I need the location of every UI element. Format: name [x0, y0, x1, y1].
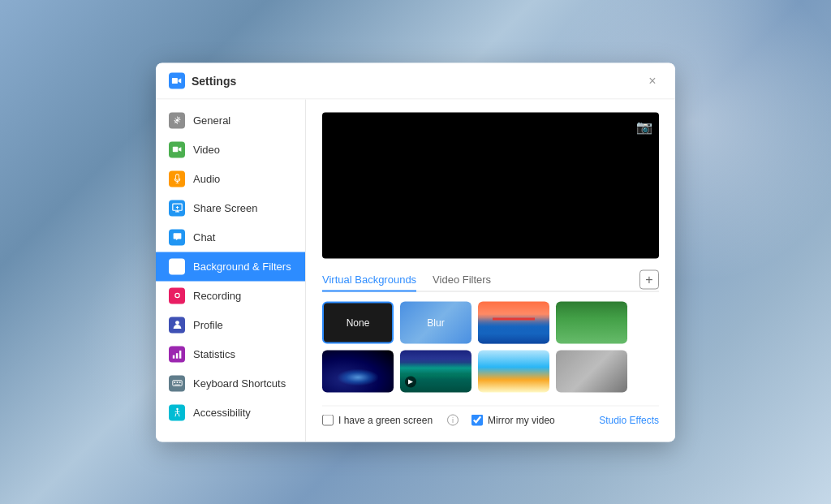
thumbnail-aurora[interactable]	[400, 350, 471, 392]
thumb-none-label: None	[347, 317, 370, 328]
sidebar-item-background-filters[interactable]: Background & Filters	[156, 252, 305, 281]
svg-rect-1	[172, 147, 178, 153]
share-svg	[172, 203, 183, 213]
mirror-video-label[interactable]: Mirror my video	[471, 414, 555, 425]
main-content: 📷 Virtual Backgrounds Video Filters + No…	[306, 99, 675, 442]
camera-icon: 📷	[636, 118, 652, 134]
dialog-body: General Video Audio	[156, 99, 675, 442]
dialog-titlebar: Settings ×	[156, 62, 675, 99]
svg-point-7	[175, 321, 179, 325]
sidebar-bg-label: Background & Filters	[193, 261, 291, 273]
sidebar-item-recording[interactable]: Recording	[156, 281, 305, 310]
svg-rect-10	[179, 351, 180, 359]
profile-svg	[172, 320, 183, 330]
svg-rect-12	[174, 381, 175, 383]
green-screen-label[interactable]: I have a green screen	[322, 414, 433, 425]
svg-rect-14	[179, 381, 180, 383]
video-preview: 📷	[322, 112, 659, 258]
close-button[interactable]: ×	[643, 71, 662, 90]
thumbnail-blur2[interactable]	[556, 350, 627, 392]
sidebar: General Video Audio	[156, 99, 306, 442]
tab-virtual-backgrounds[interactable]: Virtual Backgrounds	[322, 268, 416, 291]
background-filters-icon	[169, 258, 185, 274]
thumbnail-beach[interactable]	[478, 350, 549, 392]
chat-svg	[172, 232, 183, 243]
sidebar-audio-label: Audio	[193, 173, 220, 185]
space-glow	[337, 368, 380, 386]
sidebar-item-general[interactable]: General	[156, 106, 305, 135]
tab-video-filters[interactable]: Video Filters	[433, 268, 491, 291]
video-svg	[172, 144, 183, 155]
svg-rect-15	[174, 385, 180, 386]
svg-point-16	[176, 408, 178, 410]
profile-icon	[169, 317, 185, 333]
sidebar-item-chat[interactable]: Chat	[156, 222, 305, 252]
video-indicator	[405, 376, 416, 387]
thumbnails-row-1: None Blur	[322, 301, 659, 343]
svg-rect-13	[176, 381, 178, 383]
sidebar-item-accessibility[interactable]: Accessibility	[156, 398, 305, 427]
tabs-row: Virtual Backgrounds Video Filters +	[322, 268, 659, 291]
sidebar-item-audio[interactable]: Audio	[156, 164, 305, 193]
video-icon	[169, 141, 185, 157]
sidebar-item-statistics[interactable]: Statistics	[156, 339, 305, 368]
thumbnails-row-2	[322, 350, 659, 392]
thumbnails-grid: None Blur	[322, 301, 659, 392]
general-icon	[169, 112, 185, 128]
audio-icon	[169, 170, 185, 187]
sidebar-item-share-screen[interactable]: Share Screen	[156, 193, 305, 222]
green-screen-checkbox[interactable]	[322, 414, 334, 425]
thumb-blur-label: Blur	[427, 317, 444, 328]
thumbnail-blur[interactable]: Blur	[400, 301, 471, 343]
sidebar-chat-label: Chat	[193, 231, 215, 243]
sidebar-keyboard-label: Keyboard Shortcuts	[193, 377, 286, 390]
thumbnail-bridge[interactable]	[478, 301, 549, 343]
bridge-deck	[493, 318, 536, 321]
green-screen-info-icon[interactable]: i	[447, 414, 459, 425]
bottom-bar: I have a green screen i Mirror my video …	[322, 405, 659, 429]
logo-icon	[171, 75, 183, 86]
recording-icon	[169, 287, 185, 304]
green-screen-text: I have a green screen	[338, 414, 433, 425]
studio-effects-link[interactable]: Studio Effects	[599, 414, 659, 425]
stats-svg	[172, 349, 183, 360]
sidebar-video-label: Video	[193, 144, 220, 156]
recording-svg	[172, 291, 183, 301]
sidebar-share-label: Share Screen	[193, 202, 258, 214]
accessibility-svg	[172, 407, 183, 418]
chat-icon	[169, 229, 185, 245]
svg-rect-0	[172, 78, 178, 84]
thumbnail-none[interactable]: None	[322, 301, 394, 343]
sidebar-stats-label: Statistics	[193, 348, 235, 360]
sidebar-profile-label: Profile	[193, 319, 223, 331]
sidebar-item-video[interactable]: Video	[156, 135, 305, 164]
statistics-icon	[169, 346, 185, 362]
audio-svg	[172, 174, 183, 184]
sidebar-item-keyboard-shortcuts[interactable]: Keyboard Shortcuts	[156, 368, 305, 398]
keyboard-icon	[169, 375, 185, 391]
keyboard-svg	[172, 378, 183, 389]
dialog-title: Settings	[192, 74, 643, 87]
sidebar-general-label: General	[193, 114, 230, 127]
accessibility-icon	[169, 404, 185, 420]
mirror-video-checkbox[interactable]	[471, 414, 483, 425]
settings-dialog: Settings × General	[156, 62, 675, 442]
thumbnail-space[interactable]	[322, 350, 394, 392]
sidebar-item-profile[interactable]: Profile	[156, 310, 305, 339]
app-logo	[169, 72, 185, 88]
sidebar-recording-label: Recording	[193, 290, 241, 302]
svg-rect-9	[175, 353, 177, 359]
mirror-video-text: Mirror my video	[488, 414, 555, 425]
svg-point-6	[175, 294, 179, 297]
background-svg	[172, 261, 183, 272]
gear-svg	[172, 115, 183, 126]
share-screen-icon	[169, 200, 185, 216]
svg-rect-8	[172, 355, 174, 359]
add-background-button[interactable]: +	[639, 269, 659, 289]
sidebar-accessibility-label: Accessibility	[193, 407, 251, 419]
thumbnail-green[interactable]	[556, 301, 627, 343]
